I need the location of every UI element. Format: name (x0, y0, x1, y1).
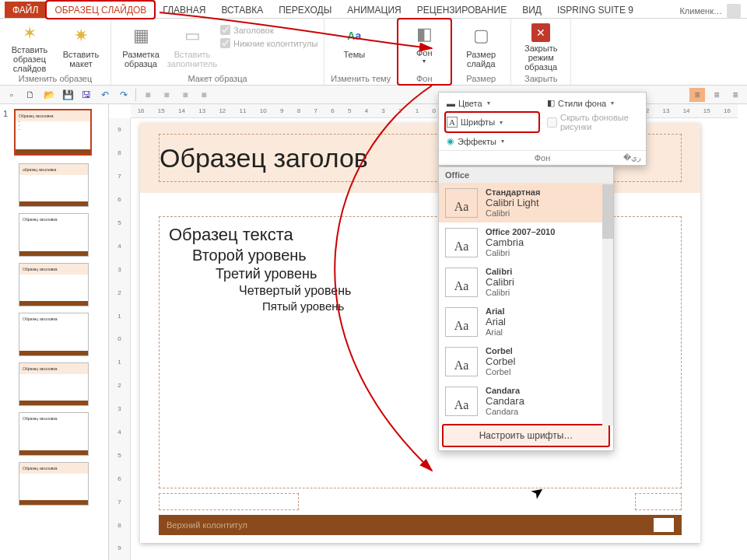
fonts-section-header: Office (439, 167, 613, 183)
font-theme-name: Calibri (486, 267, 514, 276)
palette-icon: ▬ (447, 99, 455, 108)
font-sample-icon: Aa (445, 188, 478, 218)
scrollbar-thumb[interactable] (602, 184, 613, 239)
qat-saveas-icon[interactable]: 🖫 (79, 88, 93, 102)
chevron-down-icon: ▾ (611, 100, 614, 107)
slide-size-button[interactable]: Размер слайда (458, 22, 504, 72)
fonts-menu[interactable]: AШрифты▾ (445, 112, 539, 132)
master-layout-button[interactable]: Разметка образца (117, 22, 164, 72)
hide-bg-checkbox (547, 117, 557, 128)
colors-menu[interactable]: ▬Цвета▾ (445, 97, 539, 109)
bg-styles-menu[interactable]: ◧Стили фона▾ (545, 97, 640, 109)
thumb-layout[interactable]: образец заголовка (19, 163, 89, 207)
chevron-down-icon: ▾ (423, 58, 426, 65)
avatar (727, 4, 741, 18)
qat-undo-icon[interactable]: ↶ (98, 88, 112, 102)
tab-ispring[interactable]: ISPRING SUITE 9 (549, 2, 641, 18)
placeholder-number[interactable] (635, 493, 682, 510)
tab-view[interactable]: ВИД (514, 2, 549, 18)
group-edit-theme-label: Изменить тему (331, 72, 391, 83)
font-theme-item[interactable]: AaOffice 2007–2010CambriaCalibri (439, 222, 613, 262)
footer-text: Верхний колонтитул (167, 520, 247, 530)
tab-file[interactable]: ФАЙЛ (5, 2, 46, 18)
qat-misc-icon[interactable]: ■ (160, 88, 174, 102)
tab-transitions[interactable]: ПЕРЕХОДЫ (271, 2, 339, 18)
font-theme-item[interactable]: AaArialArialArial (439, 302, 613, 341)
qat-align-right-icon[interactable]: ≡ (728, 88, 742, 102)
close-master-button[interactable]: ✕ Закрыть режим образца (517, 22, 564, 72)
tab-review[interactable]: РЕЦЕНЗИРОВАНИЕ (409, 2, 514, 18)
horizontal-ruler: 1615141312111098765432101234567891011121… (131, 104, 738, 118)
group-master-layout-label: Макет образца (117, 72, 317, 83)
effects-icon: ◉ (447, 136, 454, 146)
font-theme-item[interactable]: AaСтандартнаяCalibri LightCalibri (439, 183, 613, 222)
dialog-launcher-icon[interactable]: �ري (623, 153, 641, 162)
font-theme-name: Arial (486, 306, 506, 316)
tab-insert[interactable]: ВСТАВКА (213, 2, 271, 18)
slide-editor: 1615141312111098765432101234567891011121… (109, 104, 747, 560)
fonts-icon: A (447, 117, 458, 128)
thumb-title: Образец заголовка (19, 114, 87, 118)
themes-button[interactable]: Aa Темы (331, 22, 377, 72)
thumb-layout[interactable]: Образец заголовка (19, 462, 89, 506)
font-theme-name: Corbel (486, 346, 515, 355)
slide-footer-strip: Верхний колонтитул (159, 515, 682, 535)
tab-slide-master[interactable]: ОБРАЗЕЦ СЛАЙДОВ (46, 1, 155, 19)
insert-placeholder-label: Вставить заполнитель (167, 50, 217, 68)
chk-title-box (220, 25, 230, 35)
themes-icon: Aa (342, 23, 366, 48)
layout-icon (128, 23, 153, 48)
insert-slide-master-button[interactable]: Вставить образец слайдов (6, 22, 53, 72)
thumb-layout[interactable]: Образец заголовка (19, 362, 89, 406)
chevron-down-icon: ▾ (487, 100, 490, 107)
font-major: Calibri Light (486, 197, 540, 208)
themes-label: Темы (343, 50, 365, 59)
qat-save-icon[interactable]: 💾 (61, 88, 75, 102)
insert-layout-label: Вставить макет (58, 50, 104, 68)
qat-align-left-icon[interactable]: ≡ (689, 88, 705, 102)
tab-home[interactable]: ГЛАВНАЯ (155, 2, 213, 18)
slide-size-label: Размер слайда (458, 50, 504, 68)
qat-open-icon[interactable]: 📂 (42, 88, 56, 102)
thumb-master[interactable]: Образец заголовка ••• (14, 109, 92, 156)
thumb-layout[interactable]: Образец заголовка (19, 263, 89, 306)
font-sample-icon: Aa (445, 228, 478, 257)
qat-align-center-icon[interactable]: ≡ (710, 88, 724, 102)
placeholder-date[interactable] (159, 493, 299, 510)
qat-redo-icon[interactable]: ↷ (117, 88, 131, 102)
slide-canvas[interactable]: Образец заголов Образец текста Второй ур… (140, 123, 700, 543)
qat-new-file-icon[interactable]: 🗋 (23, 88, 37, 102)
qat-misc-icon[interactable]: ■ (141, 88, 155, 102)
chk-title: Заголовок (220, 25, 317, 35)
user-area[interactable]: Клименк… (679, 4, 747, 18)
chevron-down-icon: ▾ (500, 119, 503, 126)
close-master-label: Закрыть режим образца (517, 44, 564, 72)
font-major: Calibri (486, 276, 514, 288)
tab-animation[interactable]: АНИМАЦИЯ (339, 2, 409, 18)
scrollbar[interactable] (602, 184, 613, 425)
thumb-layout[interactable]: Образец заголовка (19, 412, 89, 456)
ribbon: Вставить образец слайдов Вставить макет … (0, 19, 747, 86)
font-minor: Arial (486, 327, 506, 337)
thumb-layout[interactable]: Образец заголовка (19, 213, 89, 257)
font-theme-item[interactable]: AaCorbelCorbelCorbel (439, 341, 613, 381)
insert-slide-master-label: Вставить образец слайдов (6, 45, 53, 73)
qat-new-icon[interactable]: ▫ (5, 88, 19, 102)
font-theme-item[interactable]: AaCalibriCalibriCalibri (439, 262, 613, 302)
font-theme-name: Candara (486, 386, 524, 395)
font-theme-item[interactable]: AaCandaraCandaraCandara (439, 381, 613, 421)
placeholder-icon (180, 23, 205, 48)
effects-menu[interactable]: ◉Эффекты▾ (445, 135, 539, 147)
sparkle-icon (17, 23, 42, 44)
font-major: Arial (486, 316, 506, 327)
hide-bg-graphics: Скрыть фоновые рисунки (545, 112, 640, 132)
customize-fonts-button[interactable]: Настроить шрифты… (442, 424, 610, 447)
font-sample-icon: Aa (445, 347, 478, 376)
thumb-layout[interactable]: Образец заголовка (19, 313, 89, 356)
font-minor: Calibri (486, 288, 514, 297)
qat-misc-icon[interactable]: ■ (197, 88, 211, 102)
qat-misc-icon[interactable]: ■ (178, 88, 192, 102)
insert-layout-button[interactable]: Вставить макет (58, 22, 104, 72)
background-button[interactable]: Фон ▾ (401, 20, 447, 70)
slide-thumbnails: 1 Образец заголовка ••• образец заголовк… (0, 104, 109, 560)
